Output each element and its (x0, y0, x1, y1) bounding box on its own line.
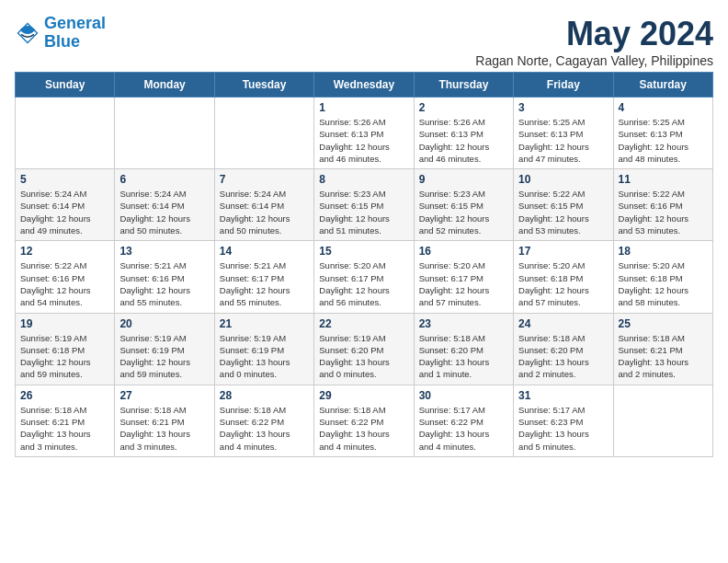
day-info: Sunrise: 5:22 AM Sunset: 6:16 PM Dayligh… (619, 188, 708, 236)
day-number: 3 (518, 101, 608, 114)
page-header: General Blue May 2024 Ragan Norte, Cagay… (15, 15, 713, 68)
calendar-cell: 23Sunrise: 5:18 AM Sunset: 6:20 PM Dayli… (414, 313, 513, 385)
day-number: 28 (220, 389, 309, 402)
calendar-cell: 7Sunrise: 5:24 AM Sunset: 6:14 PM Daylig… (214, 169, 313, 241)
day-info: Sunrise: 5:22 AM Sunset: 6:15 PM Dayligh… (518, 188, 608, 236)
calendar-table: SundayMondayTuesdayWednesdayThursdayFrid… (15, 72, 713, 457)
calendar-cell (115, 98, 214, 169)
day-info: Sunrise: 5:26 AM Sunset: 6:13 PM Dayligh… (419, 116, 508, 165)
day-number: 22 (319, 317, 408, 330)
day-number: 14 (220, 245, 309, 258)
calendar-cell: 26Sunrise: 5:18 AM Sunset: 6:21 PM Dayli… (16, 385, 115, 456)
logo-icon (15, 20, 40, 46)
calendar-cell: 13Sunrise: 5:21 AM Sunset: 6:16 PM Dayli… (115, 241, 214, 313)
calendar-cell: 24Sunrise: 5:18 AM Sunset: 6:20 PM Dayli… (514, 313, 613, 385)
day-number: 20 (119, 317, 209, 330)
location-subtitle: Ragan Norte, Cagayan Valley, Philippines (475, 53, 713, 68)
day-info: Sunrise: 5:21 AM Sunset: 6:17 PM Dayligh… (220, 259, 309, 308)
day-number: 13 (119, 245, 209, 258)
calendar-cell: 12Sunrise: 5:22 AM Sunset: 6:16 PM Dayli… (16, 241, 115, 313)
day-info: Sunrise: 5:18 AM Sunset: 6:20 PM Dayligh… (419, 332, 508, 381)
calendar-cell: 25Sunrise: 5:18 AM Sunset: 6:21 PM Dayli… (613, 313, 712, 385)
title-block: May 2024 Ragan Norte, Cagayan Valley, Ph… (475, 15, 713, 68)
calendar-cell: 6Sunrise: 5:24 AM Sunset: 6:14 PM Daylig… (115, 169, 214, 241)
weekday-header-thursday: Thursday (414, 73, 513, 98)
day-number: 1 (319, 101, 408, 114)
calendar-week-1: 1Sunrise: 5:26 AM Sunset: 6:13 PM Daylig… (16, 98, 713, 169)
weekday-header-wednesday: Wednesday (314, 73, 414, 98)
calendar-cell: 20Sunrise: 5:19 AM Sunset: 6:19 PM Dayli… (115, 313, 214, 385)
calendar-cell (16, 98, 115, 169)
calendar-cell: 11Sunrise: 5:22 AM Sunset: 6:16 PM Dayli… (613, 169, 712, 241)
day-number: 26 (20, 389, 109, 402)
day-info: Sunrise: 5:23 AM Sunset: 6:15 PM Dayligh… (319, 188, 408, 236)
calendar-cell: 17Sunrise: 5:20 AM Sunset: 6:18 PM Dayli… (514, 241, 613, 313)
month-title: May 2024 (475, 15, 713, 53)
calendar-week-4: 19Sunrise: 5:19 AM Sunset: 6:18 PM Dayli… (16, 313, 713, 385)
day-number: 23 (419, 317, 508, 330)
day-info: Sunrise: 5:24 AM Sunset: 6:14 PM Dayligh… (220, 188, 309, 236)
calendar-cell: 22Sunrise: 5:19 AM Sunset: 6:20 PM Dayli… (314, 313, 414, 385)
day-info: Sunrise: 5:18 AM Sunset: 6:20 PM Dayligh… (518, 332, 608, 381)
weekday-header-row: SundayMondayTuesdayWednesdayThursdayFrid… (16, 73, 713, 98)
logo-text: General Blue (44, 15, 106, 52)
day-number: 2 (419, 101, 508, 114)
calendar-cell: 31Sunrise: 5:17 AM Sunset: 6:23 PM Dayli… (514, 385, 613, 456)
day-number: 11 (619, 173, 708, 186)
day-info: Sunrise: 5:19 AM Sunset: 6:18 PM Dayligh… (20, 332, 109, 381)
calendar-cell: 19Sunrise: 5:19 AM Sunset: 6:18 PM Dayli… (16, 313, 115, 385)
day-info: Sunrise: 5:18 AM Sunset: 6:22 PM Dayligh… (220, 404, 309, 453)
day-info: Sunrise: 5:20 AM Sunset: 6:17 PM Dayligh… (419, 259, 508, 308)
day-number: 6 (119, 173, 209, 186)
day-number: 21 (220, 317, 309, 330)
day-info: Sunrise: 5:19 AM Sunset: 6:19 PM Dayligh… (220, 332, 309, 381)
calendar-cell: 9Sunrise: 5:23 AM Sunset: 6:15 PM Daylig… (414, 169, 513, 241)
day-info: Sunrise: 5:17 AM Sunset: 6:23 PM Dayligh… (518, 404, 608, 453)
day-info: Sunrise: 5:18 AM Sunset: 6:22 PM Dayligh… (319, 404, 408, 453)
weekday-header-tuesday: Tuesday (214, 73, 313, 98)
calendar-cell: 2Sunrise: 5:26 AM Sunset: 6:13 PM Daylig… (414, 98, 513, 169)
day-number: 12 (20, 245, 109, 258)
day-info: Sunrise: 5:19 AM Sunset: 6:19 PM Dayligh… (119, 332, 209, 381)
day-number: 17 (518, 245, 608, 258)
day-number: 24 (518, 317, 608, 330)
calendar-cell: 28Sunrise: 5:18 AM Sunset: 6:22 PM Dayli… (214, 385, 313, 456)
calendar-cell: 14Sunrise: 5:21 AM Sunset: 6:17 PM Dayli… (214, 241, 313, 313)
day-info: Sunrise: 5:26 AM Sunset: 6:13 PM Dayligh… (319, 116, 408, 165)
day-number: 30 (419, 389, 508, 402)
day-number: 27 (119, 389, 209, 402)
day-info: Sunrise: 5:18 AM Sunset: 6:21 PM Dayligh… (20, 404, 109, 453)
calendar-cell: 18Sunrise: 5:20 AM Sunset: 6:18 PM Dayli… (613, 241, 712, 313)
calendar-cell: 3Sunrise: 5:25 AM Sunset: 6:13 PM Daylig… (514, 98, 613, 169)
day-info: Sunrise: 5:19 AM Sunset: 6:20 PM Dayligh… (319, 332, 408, 381)
day-info: Sunrise: 5:24 AM Sunset: 6:14 PM Dayligh… (20, 188, 109, 236)
calendar-cell (613, 385, 712, 456)
day-info: Sunrise: 5:18 AM Sunset: 6:21 PM Dayligh… (619, 332, 708, 381)
calendar-cell: 10Sunrise: 5:22 AM Sunset: 6:15 PM Dayli… (514, 169, 613, 241)
weekday-header-saturday: Saturday (613, 73, 712, 98)
day-number: 8 (319, 173, 408, 186)
calendar-body: 1Sunrise: 5:26 AM Sunset: 6:13 PM Daylig… (16, 98, 713, 457)
day-info: Sunrise: 5:18 AM Sunset: 6:21 PM Dayligh… (119, 404, 209, 453)
day-number: 31 (518, 389, 608, 402)
calendar-cell: 8Sunrise: 5:23 AM Sunset: 6:15 PM Daylig… (314, 169, 414, 241)
day-number: 25 (619, 317, 708, 330)
day-number: 16 (419, 245, 508, 258)
weekday-header-sunday: Sunday (16, 73, 115, 98)
calendar-cell: 16Sunrise: 5:20 AM Sunset: 6:17 PM Dayli… (414, 241, 513, 313)
calendar-cell: 30Sunrise: 5:17 AM Sunset: 6:22 PM Dayli… (414, 385, 513, 456)
weekday-header-friday: Friday (514, 73, 613, 98)
calendar-cell: 29Sunrise: 5:18 AM Sunset: 6:22 PM Dayli… (314, 385, 414, 456)
day-info: Sunrise: 5:21 AM Sunset: 6:16 PM Dayligh… (119, 259, 209, 308)
calendar-cell: 21Sunrise: 5:19 AM Sunset: 6:19 PM Dayli… (214, 313, 313, 385)
day-info: Sunrise: 5:24 AM Sunset: 6:14 PM Dayligh… (119, 188, 209, 236)
calendar-cell: 15Sunrise: 5:20 AM Sunset: 6:17 PM Dayli… (314, 241, 414, 313)
calendar-cell: 4Sunrise: 5:25 AM Sunset: 6:13 PM Daylig… (613, 98, 712, 169)
day-info: Sunrise: 5:20 AM Sunset: 6:18 PM Dayligh… (518, 259, 608, 308)
day-info: Sunrise: 5:20 AM Sunset: 6:18 PM Dayligh… (619, 259, 708, 308)
day-number: 29 (319, 389, 408, 402)
day-info: Sunrise: 5:17 AM Sunset: 6:22 PM Dayligh… (419, 404, 508, 453)
logo: General Blue (15, 15, 106, 52)
day-number: 7 (220, 173, 309, 186)
day-number: 4 (619, 101, 708, 114)
